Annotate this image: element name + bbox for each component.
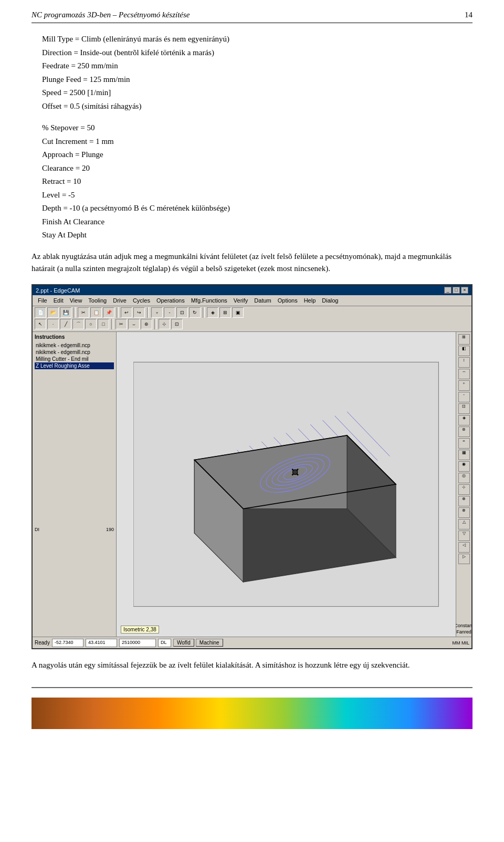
header-title: NC programozás 3D-ben – Pecsétnyomó kész… — [32, 11, 190, 19]
param-clearance: Clearance = 20 — [42, 162, 472, 175]
rt-btn-19[interactable]: ◁ — [458, 542, 470, 553]
bottom-content-block: A nagyolás után egy simítással fejezzük … — [32, 659, 472, 671]
menu-edit[interactable]: Edit — [50, 296, 67, 305]
rt-btn-17[interactable]: △ — [458, 519, 470, 529]
menu-drive[interactable]: Drive — [110, 296, 130, 305]
rt-btn-7[interactable]: ⊡ — [458, 403, 470, 414]
menu-help[interactable]: Help — [301, 296, 319, 305]
tb-snap-end[interactable]: ⊡ — [171, 319, 183, 329]
rt-btn-13[interactable]: ◎ — [458, 473, 470, 483]
param-finish-at-clearance: Finish At Clearance — [42, 215, 472, 229]
menu-file[interactable]: File — [35, 296, 50, 305]
tb-view-iso[interactable]: ◈ — [207, 307, 218, 318]
param-stay-at-depht: Stay At Depht — [42, 228, 472, 242]
tb-new[interactable]: 📄 — [35, 307, 46, 318]
toolbar-row-1: 📄 📂 💾 ✂ 📋 📌 ↩ ↪ + - ⊡ ↻ ◈ — [35, 307, 469, 318]
rt-btn-16[interactable]: ⊗ — [458, 507, 470, 518]
tb-view-front[interactable]: ▣ — [232, 307, 244, 318]
params-list-2: % Stepover = 50 Cut Increment = 1 mm App… — [42, 121, 472, 242]
rt-btn-14[interactable]: ⊹ — [458, 484, 470, 495]
left-panel: Instructions nikikmek - edgemill.ncp nik… — [33, 332, 117, 637]
status-ready: Ready — [35, 640, 50, 646]
rt-btn-15[interactable]: ⊕ — [458, 496, 470, 506]
intro-text-block: Az ablak nyugtázása után adjuk meg a meg… — [32, 251, 472, 275]
tb-circle[interactable]: ○ — [85, 319, 97, 329]
rt-btn-10[interactable]: ≡ — [458, 438, 470, 449]
tb-save[interactable]: 💾 — [60, 307, 71, 318]
rt-btn-6[interactable]: - — [458, 392, 470, 402]
param-mill-type: Mill Type = Climb (ellenirányú marás és … — [42, 33, 472, 46]
status-machine-btn[interactable]: Machine — [196, 639, 223, 647]
menu-verify[interactable]: Verify — [230, 296, 251, 305]
close-button[interactable]: × — [461, 287, 468, 294]
rt-btn-12[interactable]: ◉ — [458, 461, 470, 472]
tb-copy[interactable]: 📋 — [90, 307, 102, 318]
status-dl: DL — [158, 639, 171, 647]
rt-btn-20[interactable]: ▷ — [458, 554, 470, 564]
tb-line[interactable]: ╱ — [60, 319, 71, 329]
tb-fillet[interactable]: ⌣ — [128, 319, 140, 329]
status-z: 2510000 — [119, 639, 156, 647]
tb-cut[interactable]: ✂ — [78, 307, 89, 318]
rt-btn-9[interactable]: ⊛ — [458, 427, 470, 437]
tb-view-top[interactable]: ⊞ — [219, 307, 231, 318]
titlebar-buttons: _ □ × — [444, 287, 468, 294]
param-offset: Offset = 0.5 (simítási ráhagyás) — [42, 100, 472, 113]
rt-btn-4[interactable]: ↔ — [458, 369, 470, 379]
minimize-button[interactable]: _ — [444, 287, 452, 294]
tb-rect[interactable]: □ — [98, 319, 109, 329]
status-milli: MM MIL — [453, 640, 470, 646]
menu-view[interactable]: View — [67, 296, 86, 305]
param-level: Level = -5 — [42, 189, 472, 202]
tb-trim[interactable]: ✂ — [116, 319, 127, 329]
viewport-svg — [133, 347, 438, 621]
menu-operations[interactable]: Operations — [153, 296, 188, 305]
rt-btn-5[interactable]: + — [458, 380, 470, 391]
tb-offset2[interactable]: ⊛ — [141, 319, 152, 329]
menu-mfg[interactable]: Mfg.Functions — [188, 296, 230, 305]
rt-btn-1[interactable]: ⊞ — [458, 334, 470, 345]
menu-dialog[interactable]: Dialog — [319, 296, 341, 305]
tb-sep5 — [111, 319, 113, 329]
tb-redo[interactable]: ↪ — [133, 307, 145, 318]
rt-btn-3[interactable]: ↕ — [458, 357, 470, 368]
rt-label-constant: Constant — [454, 621, 472, 628]
status-y: 43.4101 — [86, 639, 117, 647]
tb-paste[interactable]: 📌 — [103, 307, 114, 318]
menu-tooling[interactable]: Tooling — [85, 296, 110, 305]
tb-zoom-out[interactable]: - — [164, 307, 175, 318]
param-plunge-feed: Plunge Feed = 125 mm/min — [42, 73, 472, 87]
rt-btn-2[interactable]: ◧ — [458, 346, 470, 356]
param-depth: Depth = -10 (a pecsétnyomó B és C méreté… — [42, 202, 472, 215]
tool-marker — [292, 469, 299, 475]
menu-datum[interactable]: Datum — [251, 296, 274, 305]
toolbar-area: 📄 📂 💾 ✂ 📋 📌 ↩ ↪ + - ⊡ ↻ ◈ — [33, 306, 471, 332]
tb-undo[interactable]: ↩ — [121, 307, 132, 318]
left-panel-item-2[interactable]: nikikmek - edgemill.ncp — [35, 349, 114, 356]
tb-open[interactable]: 📂 — [47, 307, 59, 318]
tb-select[interactable]: ↖ — [35, 319, 46, 329]
tb-rotate[interactable]: ↻ — [189, 307, 201, 318]
rt-btn-18[interactable]: ▽ — [458, 531, 470, 541]
param-feedrate: Feedrate = 250 mm/min — [42, 59, 472, 73]
menu-options[interactable]: Options — [275, 296, 301, 305]
tb-sep4 — [203, 307, 205, 318]
rt-btn-8[interactable]: ◈ — [458, 415, 470, 425]
rt-btn-11[interactable]: ▦ — [458, 450, 470, 460]
menu-cycles[interactable]: Cycles — [130, 296, 153, 305]
left-panel-item-1[interactable]: nikikmek - edgemill.ncp — [35, 342, 114, 349]
left-panel-item-3[interactable]: Milling Cutter - End mil — [35, 356, 114, 362]
section1-block: Mill Type = Climb (ellenirányú marás és … — [32, 33, 472, 113]
tb-zoom-in[interactable]: + — [151, 307, 163, 318]
tb-zoom-fit[interactable]: ⊡ — [176, 307, 188, 318]
svg-point-42 — [293, 470, 298, 474]
left-panel-item-4-selected[interactable]: Z Level Roughing Asse — [35, 362, 114, 369]
param-stepover: % Stepover = 50 — [42, 121, 472, 135]
page-container: NC programozás 3D-ben – Pecsétnyomó kész… — [0, 0, 504, 842]
status-wofid-btn[interactable]: WofId — [173, 639, 194, 647]
maximize-button[interactable]: □ — [453, 287, 460, 294]
tb-point[interactable]: · — [47, 319, 59, 329]
tb-arc[interactable]: ⌒ — [72, 319, 84, 329]
left-coord-label: DI — [35, 527, 39, 532]
tb-snap-grid[interactable]: ⊹ — [159, 319, 170, 329]
